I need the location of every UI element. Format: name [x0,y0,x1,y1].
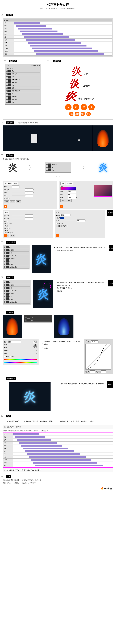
char-custom: 炎 [64,90,77,102]
layer-row[interactable]: 背景 副本 [6,98,40,101]
layer-row[interactable]: 调整图层 1 [6,95,40,98]
visibility-icon[interactable] [4,252,5,254]
timeline-row[interactable]: 组1 [3,433,113,436]
timeline-row[interactable]: 云层2 [3,461,113,464]
char-circle: 灵 [80,104,87,110]
layer-row[interactable]: 色相/饱和度 2 [4,301,30,304]
layer-row[interactable]: 色相/饱和度 1 [4,290,30,292]
timeline-row[interactable]: 组5 [3,444,113,447]
timeline-row[interactable]: 组3 [4,27,112,30]
result-06: 炎 [32,245,51,273]
layer-row[interactable]: 云层 副本 [6,72,40,75]
visibility-icon[interactable] [4,282,5,283]
visibility-icon[interactable] [4,255,5,256]
layer-row[interactable]: 高光 [6,70,40,72]
dialog-d: 使用 ● 滤镜 ○ 颜色 浓度 % 保留明度 确定 取消 D [55,210,105,238]
layer-row[interactable]: 背景 [6,101,40,104]
visibility-icon[interactable] [4,258,5,260]
timeline-row[interactable]: 组4 [4,30,112,33]
timeline-row[interactable]: 火焰 [4,44,112,47]
section-num: 01 [0,14,3,16]
layer-row[interactable]: 云层 [6,75,40,78]
timeline-row[interactable]: 背景 [3,464,113,467]
visibility-icon[interactable] [4,293,5,294]
visibility-icon[interactable] [6,102,8,103]
svg-line-0 [86,344,111,370]
visibility-icon[interactable] [6,70,8,72]
visibility-icon[interactable] [4,298,5,300]
visibility-icon[interactable] [6,90,8,92]
visibility-icon[interactable] [4,290,5,292]
layer-row[interactable]: 色相/饱和度 1 [4,254,29,257]
layer-row[interactable]: 高光 [4,281,30,284]
layer-row[interactable]: 曲线 1 [6,87,40,90]
layer-row[interactable]: 曲线 1 [4,263,29,266]
timeline-row[interactable]: 组6 [3,447,113,450]
timeline-row[interactable]: 组1 [4,22,112,24]
timeline-row[interactable]: 组5 [4,33,112,36]
timeline-row[interactable]: 云层1 [3,458,113,461]
layer-row[interactable]: 色相/饱和度 2 [6,90,40,92]
layer-row[interactable]: 火焰 [4,295,30,298]
timeline-row[interactable]: 背景 [4,53,112,56]
visibility-icon[interactable] [4,284,5,286]
timeline-row[interactable]: 组2 [3,436,113,439]
layer-row[interactable]: 色相/饱和度 1 [6,78,40,81]
visibility-icon[interactable] [4,287,5,289]
timeline-row[interactable]: 云层1 [4,47,112,50]
timeline-panel: 时间轴 组1组2组3组4组5组6高光字体火焰云层1云层2背景 [2,18,114,57]
visibility-icon[interactable] [4,246,5,248]
timeline-row[interactable]: 云层2 [4,50,112,53]
timeline-row[interactable]: 组2 [4,24,112,27]
visibility-icon[interactable] [6,82,8,83]
timeline-row[interactable]: 字体 [3,453,113,456]
timeline-panel-2: 组1组2组3组4组5组6高光字体火焰云层1云层2背景 [2,432,114,468]
layer-row[interactable]: 曲线 1 [4,298,30,301]
cancel-button[interactable]: 取消 [10,200,15,203]
layer-row[interactable]: 云层 [4,286,30,290]
visibility-icon[interactable] [6,93,8,94]
timeline-row[interactable]: 组3 [3,439,113,442]
char-circle: 炎 [88,104,95,110]
layer-row[interactable]: 云层 [4,252,29,254]
timeline-row[interactable]: 组4 [3,442,113,444]
timeline-row[interactable]: 高光 [3,450,113,453]
layers-06: 高光云层 副本云层色相/饱和度 1火焰 副本火焰曲线 1色相/饱和度 2 [2,245,30,270]
visibility-icon[interactable] [6,87,8,89]
visibility-icon[interactable] [6,79,8,80]
dialog-b: 渐变纯色/图案 渐变 样式 角度° 缩放% 确定 取消 B [59,181,114,209]
layer-row[interactable]: 火焰 [6,84,40,87]
layer-row[interactable]: 云层 副本 [4,284,30,286]
visibility-icon[interactable] [4,264,5,265]
section-label: 时间轴 [6,14,13,16]
ok-button[interactable]: 确定 [4,200,10,203]
visibility-icon[interactable] [6,73,8,75]
layer-row[interactable]: 火焰 副本 [6,81,40,84]
visibility-icon[interactable] [4,249,5,251]
dialog-c: 置换 水平比例 垂直比例 置换图 ○ 伸展以适合 ● 拼贴 未定义区域 ○ 折回… [2,210,53,238]
visibility-icon[interactable] [6,96,8,97]
visibility-icon[interactable] [4,261,5,262]
layer-row[interactable]: 火焰 副本 [4,257,29,260]
layer-row[interactable]: 字 [6,92,40,95]
layers-08: 火焰 背景 [24,315,52,322]
brand-logo: 炎冰教育 [109,245,114,252]
layer-row[interactable]: 云层 副本 [4,249,29,252]
layer-row[interactable]: 高光 [4,246,29,249]
char-hei: 炎 [70,78,80,89]
timeline-row[interactable]: 高光 [4,38,112,41]
layer-row[interactable]: 火焰 [4,260,29,263]
visibility-icon[interactable] [4,302,5,303]
layer-row[interactable]: 色相/饱和度 2 [4,266,29,268]
visibility-icon[interactable] [4,266,5,268]
layer-row[interactable]: 火焰 副本 [4,292,30,295]
visibility-icon[interactable] [6,84,8,86]
visibility-icon[interactable] [6,99,8,100]
timeline-row[interactable]: 组6 [4,36,112,38]
timeline-row[interactable]: 火焰 [3,456,113,458]
hue-saturation-panel: 预设: 确定 全图 取消 色相+180 饱和度0 明度0 着色 预览 [2,339,39,365]
visibility-icon[interactable] [4,296,5,297]
name-input[interactable] [12,186,20,188]
timeline-row[interactable]: 字体 [4,41,112,44]
visibility-icon[interactable] [6,76,8,78]
